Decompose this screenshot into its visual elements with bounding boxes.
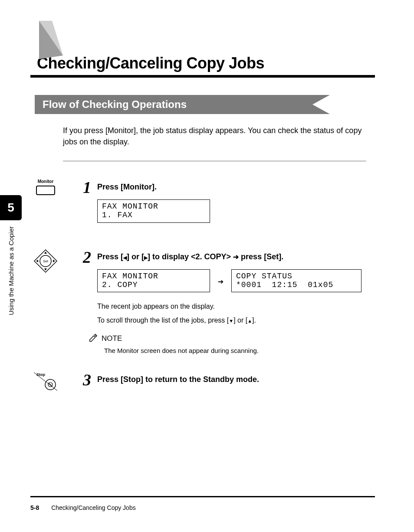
footer-rule	[30, 496, 375, 497]
txt: ].	[252, 317, 256, 324]
note-block: NOTE	[89, 333, 366, 344]
section-heading-bar: Flow of Checking Operations	[35, 95, 375, 114]
left-arrow-icon	[123, 252, 127, 261]
step-heading: Press [] or [] to display <2. COPY> pres…	[97, 252, 366, 261]
step-number: 3	[74, 372, 91, 388]
note-label: NOTE	[102, 334, 122, 343]
section-heading: Flow of Checking Operations	[35, 95, 312, 114]
step-body-text: The recent job appears on the display.	[97, 301, 366, 312]
svg-text:Set: Set	[43, 259, 49, 263]
monitor-button-shape	[36, 186, 55, 195]
footer: 5-8 Checking/Canceling Copy Jobs	[30, 504, 136, 511]
section-bar-arrow-decor	[312, 95, 330, 114]
step-number: 2	[74, 249, 91, 265]
stop-label: Stop	[36, 372, 45, 377]
svg-marker-8	[53, 260, 55, 262]
footer-title: Checking/Canceling Copy Jobs	[51, 504, 136, 511]
txt: press [Set].	[239, 252, 283, 261]
txt: ] or [	[127, 252, 144, 261]
lcd-display: FAX MONITOR 1. FAX	[97, 199, 210, 223]
step-1: Monitor 1 Press [Monitor]. FAX MONITOR 1…	[30, 179, 375, 232]
arrow-icon	[233, 252, 239, 261]
svg-marker-5	[44, 251, 47, 254]
set-key-icon: Set	[33, 249, 58, 273]
title-rule	[30, 75, 375, 78]
step-heading: Press [Stop] to return to the Standby mo…	[97, 375, 366, 384]
divider	[63, 160, 366, 162]
down-arrow-icon	[229, 317, 233, 324]
intro-text: If you press [Monitor], the job status d…	[63, 125, 366, 147]
step-2: Set 2 Press [] or [] to display <2. COPY…	[30, 249, 375, 354]
monitor-key-label: Monitor	[36, 179, 55, 184]
svg-line-9	[34, 372, 57, 391]
svg-marker-6	[44, 268, 47, 271]
monitor-key-icon: Monitor	[36, 179, 55, 195]
txt: ] to display <2. COPY>	[148, 252, 233, 261]
page-number: 5-8	[30, 504, 39, 511]
txt: Press [	[97, 252, 123, 261]
arrow-icon	[218, 275, 223, 287]
svg-marker-7	[36, 260, 38, 262]
corner-arrow-decor	[35, 21, 65, 62]
lcd-display: FAX MONITOR 2. COPY	[97, 269, 210, 293]
step-number: 1	[74, 179, 91, 196]
right-arrow-icon	[144, 252, 148, 261]
stop-key-icon: Stop	[33, 372, 58, 392]
note-text: The Monitor screen does not appear durin…	[104, 347, 366, 354]
lcd-display: COPY STATUS *0001 12:15 01x05	[231, 269, 361, 293]
pencil-icon	[89, 333, 98, 344]
step-body-text: To scroll through the list of the jobs, …	[97, 315, 366, 326]
step-3: Stop 3 Press [Stop] to return to the Sta…	[30, 372, 375, 392]
page-title: Checking/Canceling Copy Jobs	[37, 54, 375, 72]
step-heading: Press [Monitor].	[97, 183, 366, 192]
txt: To scroll through the list of the jobs, …	[97, 317, 229, 324]
txt: ] or [	[233, 317, 247, 324]
up-arrow-icon	[247, 317, 252, 324]
